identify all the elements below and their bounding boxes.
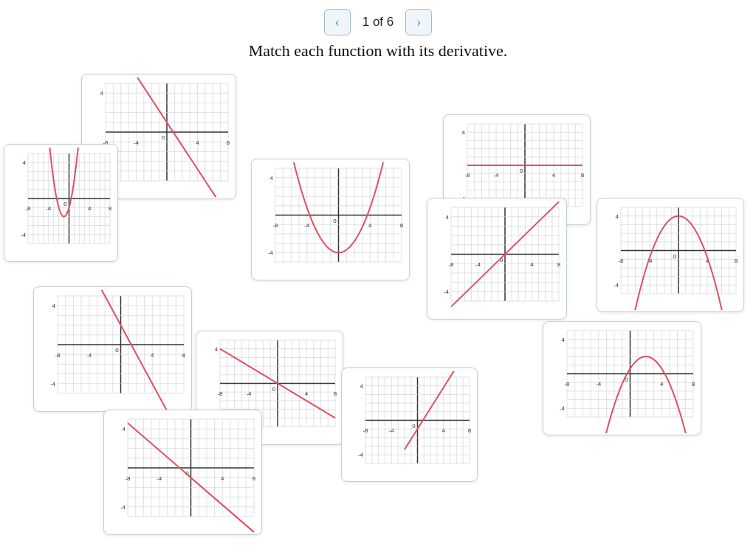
svg-text:-4: -4 [46,205,52,212]
svg-text:4: 4 [123,426,126,432]
svg-text:-8: -8 [448,261,454,268]
prev-icon: ‹ [335,15,340,30]
svg-text:4: 4 [215,346,219,353]
graph-card-6[interactable]: -8-4480-44 [103,410,262,535]
svg-text:-8: -8 [55,352,61,359]
svg-text:8: 8 [227,139,230,146]
svg-text:-4: -4 [86,352,92,359]
svg-text:4: 4 [305,390,309,397]
graph-card-10[interactable]: -8-4480-44 [597,198,744,312]
svg-text:-8: -8 [362,427,368,434]
svg-text:-4: -4 [596,381,602,387]
svg-text:4: 4 [52,303,56,309]
svg-text:-8: -8 [618,258,624,264]
svg-text:8: 8 [252,475,256,482]
graph-card-9[interactable]: -8-4480-44 [427,198,567,320]
svg-text:-8: -8 [564,381,570,387]
svg-text:-4: -4 [134,139,140,146]
svg-text:0: 0 [520,168,523,174]
svg-text:0: 0 [115,347,119,353]
svg-text:0: 0 [673,253,677,260]
svg-text:4: 4 [221,475,224,482]
svg-text:8: 8 [581,172,585,179]
svg-text:-4: -4 [493,172,499,179]
svg-text:4: 4 [100,90,104,97]
svg-text:0: 0 [162,134,165,141]
svg-text:4: 4 [562,337,566,343]
svg-text:4: 4 [446,214,450,221]
svg-text:4: 4 [151,352,154,359]
svg-text:8: 8 [182,352,186,359]
prev-button[interactable]: ‹ [324,9,351,35]
svg-text:4: 4 [530,261,534,268]
graph-card-3[interactable]: -8-4480-44 [251,159,410,280]
svg-text:0: 0 [412,423,416,429]
svg-text:-4: -4 [21,232,27,238]
svg-text:-4: -4 [268,249,274,256]
svg-text:8: 8 [468,427,472,434]
svg-text:-4: -4 [120,504,126,511]
svg-text:-4: -4 [560,405,566,412]
svg-text:-4: -4 [50,381,56,387]
svg-text:-4: -4 [475,261,481,268]
svg-text:8: 8 [735,258,738,264]
svg-text:0: 0 [333,218,337,224]
pagination-header: ‹ 1 of 6 › [0,0,756,41]
page-indicator: 1 of 6 [362,15,394,30]
next-icon: › [416,15,421,30]
svg-text:4: 4 [462,129,466,136]
svg-text:-8: -8 [272,222,278,229]
svg-text:4: 4 [660,381,664,387]
svg-text:4: 4 [442,427,446,434]
svg-text:8: 8 [557,261,561,268]
next-button[interactable]: › [405,9,432,35]
graph-card-11[interactable]: -8-4480-44 [543,321,701,435]
svg-text:4: 4 [88,205,92,212]
page-title: Match each function with its derivative. [0,41,756,61]
svg-text:4: 4 [196,139,199,146]
svg-text:-8: -8 [25,205,31,212]
graph-card-2[interactable]: -8-4480-44 [4,144,118,262]
svg-text:-4: -4 [389,427,395,434]
svg-text:-4: -4 [614,282,619,289]
svg-text:4: 4 [616,213,619,220]
svg-text:4: 4 [270,175,274,182]
graph-card-7[interactable]: -8-4480-44 [341,368,478,482]
svg-text:0: 0 [63,201,67,207]
svg-text:8: 8 [692,381,695,387]
svg-text:8: 8 [109,205,112,212]
svg-text:-8: -8 [217,390,223,397]
svg-text:0: 0 [272,386,276,393]
svg-text:4: 4 [552,172,556,179]
svg-text:-4: -4 [358,452,364,458]
svg-text:-4: -4 [304,222,310,229]
svg-text:-8: -8 [464,172,470,179]
graph-card-4[interactable]: -8-4480-44 [33,286,192,412]
svg-text:-4: -4 [157,475,162,482]
svg-text:-8: -8 [125,475,131,482]
svg-text:-4: -4 [444,289,450,295]
svg-text:4: 4 [23,159,27,166]
svg-text:8: 8 [400,222,404,229]
svg-text:-4: -4 [246,390,252,397]
svg-text:4: 4 [368,222,372,229]
svg-text:8: 8 [334,390,337,397]
svg-text:4: 4 [360,383,364,390]
